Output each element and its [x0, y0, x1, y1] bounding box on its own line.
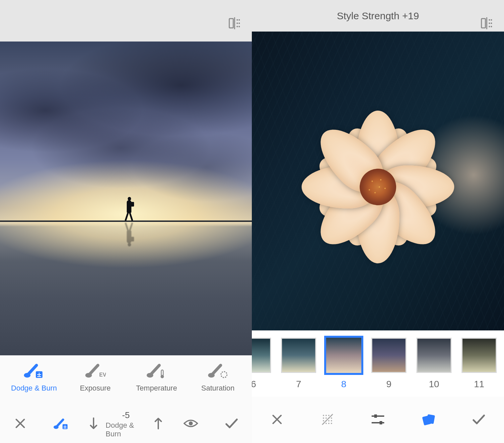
close-icon	[14, 417, 26, 431]
arrow-down-icon	[89, 417, 99, 431]
left-editor-screen: Dodge & Burn EV Exposure Tem	[0, 0, 252, 443]
image-figure	[123, 197, 135, 222]
svg-point-28	[323, 415, 324, 416]
style-preset-8[interactable]: 8	[326, 338, 361, 390]
right-bottom-bar	[252, 397, 504, 443]
close-icon	[271, 413, 283, 427]
svg-point-5	[239, 23, 240, 24]
svg-point-7	[239, 26, 240, 27]
svg-point-17	[53, 425, 58, 429]
style-preset-11[interactable]: 11	[462, 338, 497, 390]
brush-tool-row: Dodge & Burn EV Exposure Tem	[0, 355, 252, 405]
tool-label: Exposure	[80, 384, 111, 393]
tool-label: Temperature	[136, 384, 177, 393]
style-preset-9[interactable]: 9	[371, 338, 406, 390]
brush-dodge-burn-small-icon	[53, 416, 69, 432]
compare-icon	[480, 17, 493, 31]
tool-saturation[interactable]: Saturation	[187, 361, 249, 405]
brush-exposure-icon: EV	[85, 361, 106, 381]
right-topbar: Style Strength +19	[252, 0, 504, 32]
style-cards-icon	[421, 413, 436, 427]
style-swatch	[462, 338, 497, 373]
svg-rect-48	[380, 421, 382, 424]
style-number: 11	[474, 379, 484, 390]
tool-temperature[interactable]: Temperature	[126, 361, 187, 405]
mask-visibility-button[interactable]	[171, 405, 211, 443]
style-preset-6[interactable]: 6	[252, 338, 271, 390]
svg-point-36	[323, 420, 324, 421]
style-preset-7[interactable]: 7	[281, 338, 316, 390]
style-swatch	[281, 338, 316, 373]
svg-point-27	[491, 26, 492, 27]
tool-exposure[interactable]: EV Exposure	[65, 361, 126, 405]
check-icon	[472, 414, 485, 426]
svg-rect-50	[426, 414, 435, 424]
grain-icon	[321, 413, 334, 427]
tool-label: Dodge & Burn	[11, 384, 57, 393]
increase-button[interactable]	[146, 405, 171, 443]
compare-toggle-button[interactable]	[479, 17, 494, 31]
svg-point-42	[328, 423, 329, 424]
right-editor-screen: Style Strength +19 67891011	[252, 0, 504, 443]
decrease-button[interactable]	[81, 405, 106, 443]
style-number: 6	[252, 379, 256, 390]
svg-point-23	[491, 19, 492, 21]
svg-point-6	[237, 26, 238, 27]
tool-dodge-burn[interactable]: Dodge & Burn	[3, 361, 65, 405]
image-flower	[292, 101, 464, 273]
cancel-button[interactable]	[252, 397, 302, 443]
svg-point-15	[208, 373, 215, 378]
apply-button[interactable]	[211, 405, 252, 443]
adjust-value: -5	[122, 410, 130, 420]
svg-point-43	[331, 423, 332, 424]
left-image-canvas[interactable]	[0, 42, 252, 355]
svg-point-29	[325, 415, 327, 416]
svg-rect-46	[374, 414, 377, 418]
svg-point-26	[489, 26, 490, 27]
adjust-label: Dodge & Burn	[106, 421, 146, 438]
svg-point-30	[328, 415, 329, 416]
eye-icon	[183, 418, 198, 430]
brush-saturation-icon	[207, 361, 229, 381]
shuffle-button[interactable]	[302, 397, 353, 443]
style-swatch	[371, 338, 406, 373]
svg-text:EV: EV	[99, 372, 106, 378]
style-swatch	[416, 338, 452, 373]
svg-point-19	[189, 421, 193, 425]
svg-point-12	[147, 373, 153, 378]
svg-point-39	[331, 420, 332, 421]
adjust-value-display: -5 Dodge & Burn	[106, 405, 146, 443]
style-number: 10	[429, 379, 439, 390]
svg-point-10	[85, 373, 92, 378]
style-preset-strip[interactable]: 67891011	[252, 330, 504, 397]
styles-button[interactable]	[403, 397, 454, 443]
svg-point-2	[237, 19, 238, 21]
svg-point-4	[237, 23, 238, 24]
svg-point-32	[323, 417, 324, 419]
svg-point-35	[331, 417, 332, 419]
arrow-up-icon	[153, 417, 163, 431]
tune-button[interactable]	[353, 397, 403, 443]
svg-point-3	[239, 19, 240, 21]
style-number: 8	[341, 379, 346, 390]
cancel-button[interactable]	[0, 405, 40, 443]
left-bottom-bar: -5 Dodge & Burn	[0, 405, 252, 443]
compare-icon	[228, 17, 241, 31]
right-image-canvas[interactable]	[252, 32, 504, 330]
brush-mode-button[interactable]	[40, 405, 81, 443]
tool-label: Saturation	[201, 384, 234, 393]
svg-point-38	[328, 420, 329, 421]
style-strength-label: Style Strength +19	[337, 10, 419, 22]
style-number: 9	[386, 379, 392, 390]
image-figure-reflection	[123, 222, 135, 246]
brush-dodge-burn-icon	[23, 361, 44, 381]
svg-point-22	[489, 19, 490, 21]
compare-toggle-button[interactable]	[227, 17, 242, 31]
apply-button[interactable]	[454, 397, 504, 443]
left-topbar	[0, 0, 252, 42]
svg-point-25	[491, 23, 492, 24]
svg-point-41	[325, 423, 327, 424]
style-preset-10[interactable]: 10	[416, 338, 452, 390]
style-number: 7	[296, 379, 301, 390]
sliders-icon	[371, 413, 385, 427]
